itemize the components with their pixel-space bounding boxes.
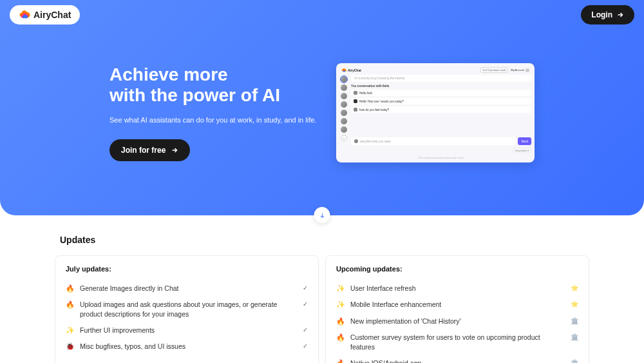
chat-bubble-assistant: Hello! How can I assist you today?: [351, 98, 531, 104]
update-leading-icon: ✨: [336, 300, 345, 309]
avatar-icon: [526, 68, 529, 72]
cloud-logo-icon: [341, 68, 346, 73]
update-text: Misc bugfixes, typos, and UI issues: [80, 342, 295, 351]
assistant-avatar: [341, 76, 347, 83]
brand-logo[interactable]: AiryChat: [10, 5, 80, 25]
assistant-avatar: [341, 110, 347, 116]
updates-heading: Updates: [60, 235, 589, 245]
preview-brand: AiryChat: [341, 68, 361, 73]
preview-send-button: Send: [518, 137, 531, 145]
join-for-free-button[interactable]: Join for free: [109, 139, 190, 161]
assistant-avatar: [341, 126, 347, 133]
hero-content: Achieve more with the power of AI See wh…: [10, 25, 634, 162]
upcoming-updates-title: Upcoming updates:: [336, 265, 578, 273]
preview-status-bar: I'm currently busy browsing the internet…: [351, 75, 531, 82]
update-leading-icon: 🔥: [66, 300, 75, 309]
app-preview-screenshot: AiryChat 0 of 5 prompts used My Account: [336, 63, 535, 162]
hero-title: Achieve more with the power of AI: [109, 64, 316, 106]
join-label: Join for free: [121, 146, 166, 155]
preview-message-input: describe what you need: [351, 137, 516, 145]
update-item: 🔥Upload images and ask questions about y…: [66, 297, 308, 322]
preview-account-label: My Account: [511, 68, 524, 72]
preview-main: I'm currently busy browsing the internet…: [351, 75, 531, 159]
chat-text: Hello! How can I assist you today?: [359, 100, 404, 103]
update-leading-icon: 🐞: [66, 342, 75, 351]
hero-title-line1: Achieve more: [109, 64, 228, 84]
update-item: 🔥New implementation of 'Chat History'🏛️: [336, 313, 578, 329]
july-updates-list: 🔥Generate Images directly in Chat✓🔥Uploa…: [66, 280, 308, 355]
chat-bubble-user: Hello ibob: [351, 90, 531, 96]
assistant-avatar: [341, 84, 347, 91]
updates-section: Updates July updates: 🔥Generate Images d…: [55, 235, 589, 363]
update-text: New implementation of 'Chat History': [350, 317, 563, 326]
update-trailing-icon: 🏛️: [571, 317, 578, 326]
preview-trial-counter: 0 of 5 prompts used: [480, 67, 508, 73]
update-trailing-icon: ✓: [303, 284, 308, 293]
avatar-icon: [354, 91, 357, 95]
update-leading-icon: ✨: [66, 326, 75, 335]
update-text: Native IOS/Android app: [350, 358, 563, 363]
preview-brand-name: AiryChat: [348, 68, 361, 72]
add-assistant-icon: +: [341, 135, 347, 141]
update-leading-icon: 🔥: [336, 333, 345, 342]
preview-header-right: 0 of 5 prompts used My Account: [480, 67, 529, 73]
preview-header: AiryChat 0 of 5 prompts used My Account: [339, 66, 531, 75]
preview-input-row: describe what you need Send: [351, 137, 531, 145]
arrow-down-icon: [319, 212, 325, 219]
update-item: 🐞Misc bugfixes, typos, and UI issues✓: [66, 338, 308, 355]
update-text: Generate Images directly in Chat: [80, 284, 295, 293]
update-trailing-icon: ✓: [303, 326, 308, 335]
update-text: Customer survey system for users to vote…: [350, 333, 563, 351]
update-leading-icon: 🔥: [66, 284, 75, 293]
preview-examples-dropdown: Examples ▾: [513, 148, 531, 153]
update-leading-icon: 🔥: [336, 358, 345, 363]
header-row: AiryChat Login: [10, 5, 634, 25]
july-updates-card: July updates: 🔥Generate Images directly …: [55, 255, 319, 363]
scroll-down-button[interactable]: [314, 207, 330, 223]
update-text: Upload images and ask questions about yo…: [80, 300, 295, 319]
upcoming-updates-card: Upcoming updates: ✨User Interface refres…: [325, 255, 589, 363]
assistant-avatar: [341, 101, 347, 108]
update-item: 🔥Generate Images directly in Chat✓: [66, 280, 308, 297]
july-updates-title: July updates:: [66, 265, 308, 273]
update-item: ✨User Interface refresh⭐: [336, 280, 578, 297]
avatar-icon: [354, 139, 358, 143]
hero-text-block: Achieve more with the power of AI See wh…: [109, 64, 316, 161]
preview-account-menu: My Account: [511, 68, 529, 72]
avatar-icon: [354, 99, 357, 103]
update-trailing-icon: ⭐: [571, 284, 578, 293]
preview-convo-label: You conversation with Ibele: [351, 84, 531, 88]
updates-columns: July updates: 🔥Generate Images directly …: [55, 255, 589, 363]
upcoming-updates-list: ✨User Interface refresh⭐✨Mobile Interfac…: [336, 280, 578, 363]
hero-title-line2: with the power of AI: [109, 85, 280, 105]
assistant-avatar: [341, 93, 347, 99]
login-label: Login: [591, 10, 612, 19]
update-item: 🔥Native IOS/Android app🏛️: [336, 355, 578, 363]
preview-sidebar: +: [339, 75, 348, 159]
brand-name: AiryChat: [33, 10, 71, 20]
update-item: ✨Further UI improvements✓: [66, 322, 308, 338]
update-text: User Interface refresh: [350, 284, 563, 293]
hero-section: AiryChat Login Achieve more with the pow…: [0, 0, 644, 215]
update-item: ✨Mobile Interface enhancement⭐: [336, 297, 578, 313]
avatar-icon: [354, 108, 357, 112]
arrow-right-icon: [616, 11, 624, 19]
cloud-logo-icon: [19, 9, 30, 21]
update-trailing-icon: ✓: [303, 342, 308, 351]
update-trailing-icon: 🏛️: [571, 358, 578, 363]
login-button[interactable]: Login: [581, 5, 634, 25]
hero-subtitle: See what AI assistants can do for you at…: [109, 116, 316, 124]
update-text: Mobile Interface enhancement: [350, 300, 563, 309]
update-trailing-icon: ✓: [303, 300, 308, 309]
update-item: 🔥Customer survey system for users to vot…: [336, 329, 578, 355]
preview-footer-disclaimer: This assistant may produce inaccurate re…: [351, 157, 531, 159]
preview-input-placeholder: describe what you need: [360, 140, 391, 143]
chat-text: Hello ibob: [359, 92, 372, 95]
update-trailing-icon: 🏛️: [571, 333, 578, 342]
chat-text: how do you feel today?: [359, 108, 389, 112]
update-leading-icon: 🔥: [336, 317, 345, 326]
assistant-avatar: [341, 118, 347, 124]
preview-body: + I'm currently busy browsing the intern…: [339, 75, 531, 159]
chat-bubble-user: how do you feel today?: [351, 106, 531, 113]
update-text: Further UI improvements: [80, 326, 295, 335]
